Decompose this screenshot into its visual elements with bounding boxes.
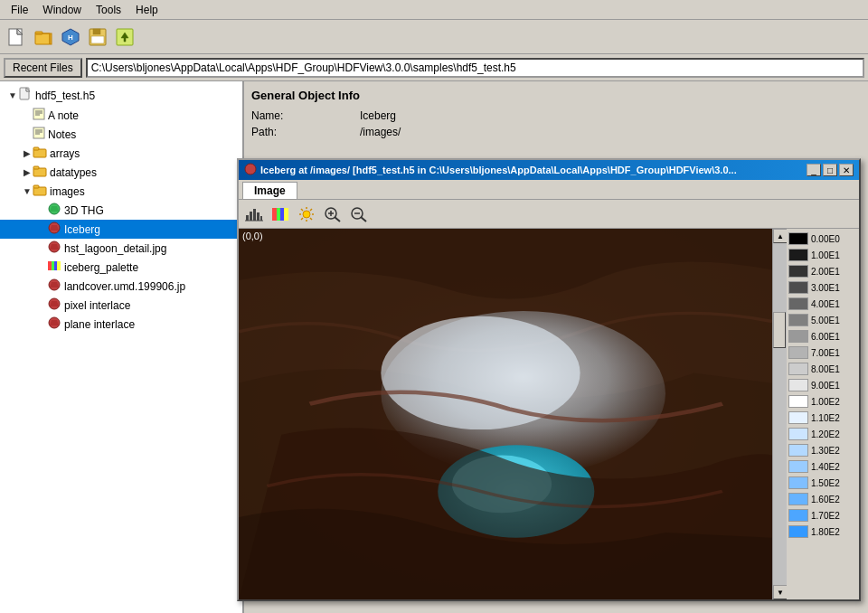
color-legend: 0.00E01.00E12.00E13.00E14.00E15.00E16.00… <box>787 229 859 599</box>
tree-label-plane-interlace: plane interlace <box>64 318 135 331</box>
legend-item: 4.00E1 <box>788 296 857 312</box>
svg-point-56 <box>303 211 310 218</box>
legend-item: 1.60E2 <box>788 491 857 507</box>
legend-label: 2.00E1 <box>811 267 840 277</box>
legend-item: 3.00E1 <box>788 279 857 296</box>
legend-label: 1.10E2 <box>811 413 840 423</box>
info-key-path: Path: <box>251 126 360 138</box>
menu-help[interactable]: Help <box>128 2 165 18</box>
tree-item-datatypes[interactable]: ▶ datatypes <box>0 163 242 182</box>
svg-line-62 <box>310 218 312 220</box>
folder-icon-arrays <box>33 146 47 161</box>
legend-color-swatch <box>788 363 808 375</box>
path-input[interactable] <box>86 58 864 78</box>
svg-rect-49 <box>257 212 259 221</box>
svg-line-61 <box>301 209 303 211</box>
tree-item-hst-lagoon[interactable]: hst_lagoon_detail.jpg <box>0 239 242 258</box>
legend-label: 3.00E1 <box>811 283 840 293</box>
legend-color-swatch <box>788 411 808 424</box>
tree-item-notes[interactable]: Notes <box>0 125 242 144</box>
tree-toggle-images[interactable]: ▼ <box>22 186 33 196</box>
zoom-in-button[interactable] <box>321 203 344 225</box>
tree-item-plane-interlace[interactable]: plane interlace <box>0 315 242 334</box>
image-tabs: Image <box>239 180 859 200</box>
svg-point-76 <box>452 456 552 514</box>
hdf-button[interactable]: H <box>58 24 83 50</box>
legend-color-swatch <box>788 493 808 505</box>
tree-toggle-hdf5[interactable]: ▼ <box>7 90 18 100</box>
menu-window[interactable]: Window <box>35 2 89 18</box>
tree-label-pixel-interlace: pixel interlace <box>64 299 130 312</box>
save-button[interactable] <box>85 24 110 50</box>
cloud-layer <box>345 266 665 451</box>
legend-label: 1.80E2 <box>811 527 840 537</box>
zoom-out-button[interactable] <box>347 203 371 225</box>
tree-item-landcover[interactable]: landcover.umd.199906.jp <box>0 277 242 296</box>
svg-rect-28 <box>33 185 39 188</box>
tree-item-iceberg-palette[interactable]: iceberg_palette <box>0 258 242 277</box>
tree-item-3d-thg[interactable]: 3D THG <box>0 201 242 220</box>
image-canvas[interactable]: (0,0) <box>239 229 772 599</box>
legend-color-swatch <box>788 314 808 326</box>
satellite-image <box>239 229 772 599</box>
tab-image[interactable]: Image <box>242 182 297 199</box>
image-icon-iceberg <box>47 222 61 237</box>
export-button[interactable] <box>112 24 137 50</box>
legend-color-swatch <box>788 379 808 391</box>
open-button[interactable] <box>31 24 56 50</box>
scroll-up-button[interactable]: ▲ <box>773 229 788 243</box>
tree-item-hdf5-test[interactable]: ▼ hdf5_test.h5 <box>0 85 242 106</box>
image-window: Iceberg at /images/ [hdf5_test.h5 in C:\… <box>237 158 861 601</box>
menu-file[interactable]: File <box>4 2 35 18</box>
image-icon-landcover <box>47 278 61 294</box>
tree-label-images: images <box>50 185 85 198</box>
color-button[interactable] <box>269 203 292 225</box>
tree-label-hst: hst_lagoon_detail.jpg <box>64 242 166 255</box>
legend-color-swatch <box>788 395 808 408</box>
svg-rect-52 <box>272 208 277 221</box>
legend-color-swatch <box>788 330 808 343</box>
tree-label-palette: iceberg_palette <box>64 261 138 274</box>
menubar: File Window Tools Help <box>0 0 868 20</box>
image-window-title: Iceberg at /images/ [hdf5_test.h5 in C:\… <box>260 165 807 175</box>
legend-label: 1.70E2 <box>811 511 840 521</box>
tree-item-iceberg[interactable]: Iceberg <box>0 220 242 239</box>
maximize-button[interactable]: □ <box>823 164 837 176</box>
image-window-icon <box>244 163 257 178</box>
image-icon-pixel <box>47 297 61 313</box>
image-toolbar <box>239 200 859 229</box>
minimize-button[interactable]: _ <box>807 164 821 176</box>
legend-color-swatch <box>788 297 808 310</box>
scroll-track-v[interactable] <box>773 243 787 585</box>
tree-item-arrays[interactable]: ▶ arrays <box>0 144 242 163</box>
legend-color-swatch <box>788 249 808 261</box>
tree-label-3dthg: 3D THG <box>64 204 104 217</box>
legend-label: 7.00E1 <box>811 348 840 358</box>
tree-item-a-note[interactable]: A note <box>0 106 242 125</box>
histogram-button[interactable] <box>242 203 266 225</box>
scroll-down-button[interactable]: ▼ <box>773 585 788 599</box>
new-button[interactable] <box>4 24 29 50</box>
tree-toggle-arrays[interactable]: ▶ <box>22 148 33 158</box>
tree-toggle-datatypes[interactable]: ▶ <box>22 167 33 177</box>
svg-rect-50 <box>260 216 262 221</box>
scroll-thumb-v[interactable] <box>773 312 786 348</box>
close-button[interactable]: ✕ <box>839 164 854 176</box>
recent-files-button[interactable]: Recent Files <box>4 58 82 78</box>
coordinate-display: (0,0) <box>242 231 263 241</box>
info-value-path: /images/ <box>360 126 401 138</box>
svg-point-75 <box>438 445 594 537</box>
svg-rect-15 <box>33 108 44 119</box>
svg-rect-5 <box>50 33 52 44</box>
info-row-path: Path: /images/ <box>251 126 861 138</box>
tree-item-images[interactable]: ▼ images <box>0 182 242 201</box>
svg-rect-36 <box>52 261 54 270</box>
tree-item-pixel-interlace[interactable]: pixel interlace <box>0 296 242 315</box>
info-panel-title: General Object Info <box>251 89 861 102</box>
brightness-button[interactable] <box>295 203 318 225</box>
image-window-titlebar[interactable]: Iceberg at /images/ [hdf5_test.h5 in C:\… <box>239 160 859 180</box>
svg-rect-35 <box>48 261 52 270</box>
menu-tools[interactable]: Tools <box>89 2 128 18</box>
vertical-scrollbar[interactable]: ▲ ▼ <box>772 229 787 599</box>
legend-item: 5.00E1 <box>788 312 857 328</box>
